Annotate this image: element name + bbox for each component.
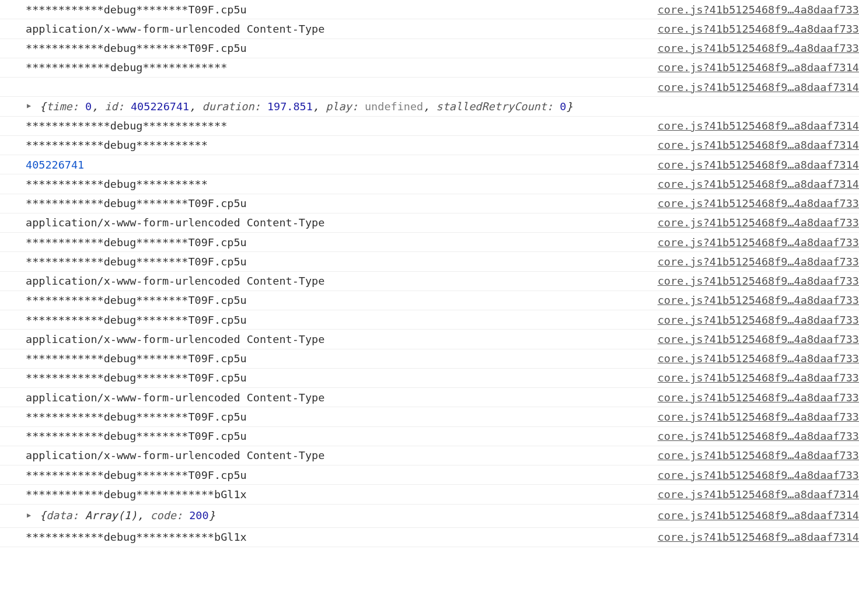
source-link[interactable]: core.js?41b5125468f9…4a8daaf733 (658, 233, 859, 252)
source-link[interactable]: core.js?41b5125468f9…a8daaf7314 (658, 78, 859, 97)
log-text: ************debug********T09F.cp5u (26, 352, 247, 365)
console-message: 405226741 (7, 155, 658, 174)
console-message: {data: Array(1), code: 200} (7, 506, 658, 525)
console-message: application/x-www-form-urlencoded Conten… (7, 330, 658, 349)
source-link[interactable]: core.js?41b5125468f9…a8daaf7314 (658, 174, 859, 194)
prop-key: stalledRetryCount: (437, 100, 553, 113)
log-text: ************debug********T09F.cp5u (26, 236, 247, 249)
console-message: application/x-www-form-urlencoded Conten… (7, 388, 658, 407)
source-link[interactable]: core.js?41b5125468f9…4a8daaf733 (658, 271, 859, 290)
prop-val: 405226741 (131, 100, 189, 113)
source-link[interactable]: core.js?41b5125468f9…a8daaf7314 (658, 527, 859, 547)
source-link[interactable]: core.js?41b5125468f9…a8daaf7314 (658, 135, 859, 155)
log-text: ************debug********T09F.cp5u (26, 197, 247, 209)
prop-val: undefined (365, 100, 423, 113)
prop-key: id: (104, 100, 124, 113)
console-message: ************debug********T09F.cp5u (7, 349, 658, 368)
console-message: ************debug********T09F.cp5u (7, 290, 658, 310)
log-text: application/x-www-form-urlencoded Conten… (26, 216, 324, 229)
source-link[interactable]: core.js?41b5125468f9…4a8daaf733 (658, 388, 859, 407)
console-message: ************debug********T09F.cp5u (7, 38, 658, 58)
console-message: application/x-www-form-urlencoded Conten… (7, 271, 658, 290)
log-text: ************debug********T09F.cp5u (26, 314, 247, 326)
console-row: ************debug********T09F.cp5ucore.j… (0, 252, 859, 271)
console-message: ************debug********T09F.cp5u (7, 310, 658, 330)
source-link[interactable]: core.js?41b5125468f9…4a8daaf733 (658, 330, 859, 349)
log-link[interactable]: 405226741 (26, 159, 84, 171)
prop-val: Array(1) (85, 509, 137, 522)
prop-key: code: (150, 509, 183, 522)
log-text: application/x-www-form-urlencoded Conten… (26, 391, 324, 404)
source-link[interactable]: core.js?41b5125468f9…4a8daaf733 (658, 368, 859, 387)
source-link[interactable]: core.js?41b5125468f9…a8daaf7314 (658, 58, 859, 77)
prop-key: time: (46, 100, 79, 113)
source-link[interactable]: core.js?41b5125468f9…4a8daaf733 (658, 194, 859, 213)
source-link[interactable]: core.js?41b5125468f9…a8daaf7314 (658, 155, 859, 174)
brace: { (40, 100, 46, 113)
expand-arrow-icon[interactable]: ▶ (27, 509, 31, 522)
source-link[interactable]: core.js?41b5125468f9…4a8daaf733 (658, 349, 859, 368)
console-row: application/x-www-form-urlencoded Conten… (0, 330, 859, 349)
source-link[interactable]: core.js?41b5125468f9…4a8daaf733 (658, 252, 859, 271)
console-row: ************debug********T09F.cp5ucore.j… (0, 291, 859, 310)
console-message: ************debug********T09F.cp5u (7, 252, 658, 271)
console-row: ▶{data: Array(1), code: 200}core.js?41b5… (0, 505, 859, 528)
console-row: ************debug********T09F.cp5ucore.j… (0, 194, 859, 214)
console-row: ************debug***********core.js?41b5… (0, 174, 859, 194)
console-message: ************debug*********** (7, 174, 658, 194)
log-text: application/x-www-form-urlencoded Conten… (26, 333, 324, 345)
console-row: *************debug*************core.js?4… (0, 58, 859, 78)
console-message: application/x-www-form-urlencoded Conten… (7, 213, 658, 232)
log-text: ************debug************bGl1x (26, 488, 247, 501)
source-link[interactable]: core.js?41b5125468f9…4a8daaf733 (658, 19, 859, 38)
expand-arrow-icon[interactable]: ▶ (27, 100, 31, 113)
source-link[interactable]: core.js?41b5125468f9…4a8daaf733 (658, 38, 859, 58)
log-text: ************debug*********** (26, 178, 208, 190)
console-message: *************debug************* (7, 116, 658, 135)
log-text: application/x-www-form-urlencoded Conten… (26, 449, 324, 461)
log-text: application/x-www-form-urlencoded Conten… (26, 23, 324, 35)
log-text: ************debug********T09F.cp5u (26, 294, 247, 306)
console-row: application/x-www-form-urlencoded Conten… (0, 388, 859, 407)
console-row: ************debug********T09F.cp5ucore.j… (0, 466, 859, 485)
log-text: ************debug*********** (26, 139, 208, 151)
console-row: ************debug********T09F.cp5ucore.j… (0, 407, 859, 426)
console-row: ************debug***********core.js?41b5… (0, 136, 859, 155)
log-text: ************debug********T09F.cp5u (26, 4, 247, 16)
source-link[interactable]: core.js?41b5125468f9…4a8daaf733 (658, 407, 859, 426)
source-link[interactable]: core.js?41b5125468f9…4a8daaf733 (658, 213, 859, 232)
source-link[interactable]: core.js?41b5125468f9…4a8daaf733 (658, 310, 859, 330)
console-row: application/x-www-form-urlencoded Conten… (0, 446, 859, 466)
source-link[interactable]: core.js?41b5125468f9…4a8daaf733 (658, 290, 859, 310)
console-message: application/x-www-form-urlencoded Conten… (7, 19, 658, 38)
prop-key: play: (326, 100, 358, 113)
log-text: ************debug********T09F.cp5u (26, 411, 247, 423)
console-row: ************debug********T09F.cp5ucore.j… (0, 310, 859, 330)
source-link[interactable]: core.js?41b5125468f9…a8daaf7314 (658, 485, 859, 504)
source-link[interactable]: core.js?41b5125468f9…a8daaf7314 (658, 506, 859, 525)
console-message: ************debug************bGl1x (7, 527, 658, 547)
console-row: core.js?41b5125468f9…a8daaf7314 (0, 78, 859, 97)
source-link[interactable]: core.js?41b5125468f9…4a8daaf733 (658, 426, 859, 446)
console-row: application/x-www-form-urlencoded Conten… (0, 272, 859, 291)
console-message: ************debug********T09F.cp5u (7, 233, 658, 252)
source-link[interactable]: core.js?41b5125468f9…a8daaf7314 (658, 116, 859, 135)
prop-val: 197.851 (267, 100, 313, 113)
console-row: ************debug********T09F.cp5ucore.j… (0, 0, 859, 19)
source-link[interactable]: core.js?41b5125468f9…4a8daaf733 (658, 446, 859, 465)
log-text: ************debug********T09F.cp5u (26, 42, 247, 54)
source-link[interactable]: core.js?41b5125468f9…4a8daaf733 (658, 466, 859, 485)
console-message: *************debug************* (7, 58, 658, 77)
console-log-list: ************debug********T09F.cp5ucore.j… (0, 0, 859, 547)
console-message: {time: 0, id: 405226741, duration: 197.8… (7, 97, 859, 116)
log-text: ************debug************bGl1x (26, 531, 247, 543)
console-message: ************debug********T09F.cp5u (7, 407, 658, 426)
console-row: ************debug********T09F.cp5ucore.j… (0, 349, 859, 369)
console-message: ************debug********T09F.cp5u (7, 0, 658, 19)
source-link[interactable]: core.js?41b5125468f9…4a8daaf733 (658, 0, 859, 19)
prop-val: 200 (189, 509, 208, 522)
log-text: ************debug********T09F.cp5u (26, 469, 247, 481)
brace: { (40, 509, 46, 522)
console-row: ************debug********T09F.cp5ucore.j… (0, 369, 859, 388)
log-text: ************debug********T09F.cp5u (26, 372, 247, 384)
